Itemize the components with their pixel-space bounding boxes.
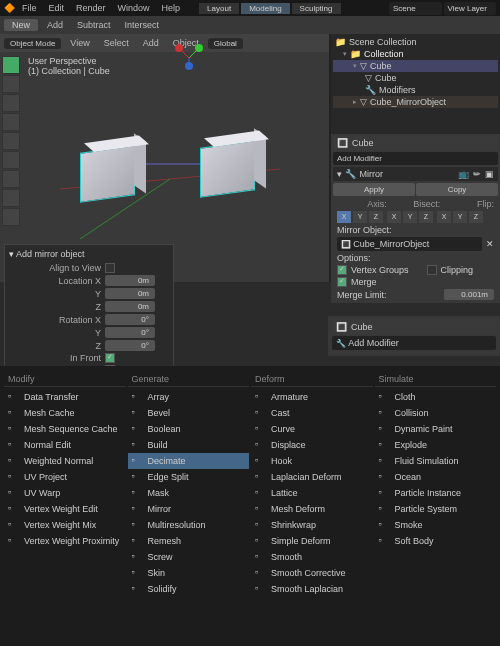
flip-z[interactable]: Z xyxy=(469,211,483,223)
mod-icon-edit[interactable]: ✏ xyxy=(473,169,481,179)
cube-original[interactable] xyxy=(80,145,135,203)
viewport-3d[interactable]: Object Mode View Select Add Object Globa… xyxy=(0,34,330,282)
vgroups-check[interactable] xyxy=(337,265,347,275)
menu-file[interactable]: File xyxy=(17,2,42,14)
menu-window[interactable]: Window xyxy=(113,2,155,14)
modifier-header[interactable]: ▾ 🔧 Mirror 📺 ✏ ▣ xyxy=(333,167,498,181)
tool-addcube[interactable] xyxy=(2,208,20,226)
menu-edit[interactable]: Edit xyxy=(44,2,70,14)
mod-uv-warp[interactable]: ▫UV Warp xyxy=(4,485,126,501)
apply-button[interactable]: Apply xyxy=(333,183,415,196)
mod-armature[interactable]: ▫Armature xyxy=(251,389,373,405)
clear-icon[interactable]: ✕ xyxy=(486,239,494,249)
menu-render[interactable]: Render xyxy=(71,2,111,14)
mod-shrinkwrap[interactable]: ▫Shrinkwrap xyxy=(251,517,373,533)
flip-y[interactable]: Y xyxy=(453,211,467,223)
mod-data-transfer[interactable]: ▫Data Transfer xyxy=(4,389,126,405)
tool-transform[interactable] xyxy=(2,151,20,169)
mod-remesh[interactable]: ▫Remesh xyxy=(128,533,250,549)
mod-simple-deform[interactable]: ▫Simple Deform xyxy=(251,533,373,549)
mod-explode[interactable]: ▫Explode xyxy=(375,437,497,453)
mod-cast[interactable]: ▫Cast xyxy=(251,405,373,421)
bisect-z[interactable]: Z xyxy=(419,211,433,223)
loc-x[interactable]: 0m xyxy=(105,275,155,286)
bool-subtract[interactable]: Subtract xyxy=(72,19,116,31)
axis-x[interactable]: X xyxy=(337,211,351,223)
mod-collision[interactable]: ▫Collision xyxy=(375,405,497,421)
mod-vertex-weight-mix[interactable]: ▫Vertex Weight Mix xyxy=(4,517,126,533)
outliner-modifiers[interactable]: 🔧 Modifiers xyxy=(333,84,498,96)
mod-boolean[interactable]: ▫Boolean xyxy=(128,421,250,437)
tool-annotate[interactable] xyxy=(2,170,20,188)
axis-z[interactable]: Z xyxy=(369,211,383,223)
copy-button[interactable]: Copy xyxy=(416,183,498,196)
vp-menu-add[interactable]: Add xyxy=(138,37,164,49)
mod-cloth[interactable]: ▫Cloth xyxy=(375,389,497,405)
mod-soft-body[interactable]: ▫Soft Body xyxy=(375,533,497,549)
rot-y[interactable]: 0° xyxy=(105,327,155,338)
orientation-dropdown[interactable]: Global xyxy=(208,38,243,49)
flip-x[interactable]: X xyxy=(437,211,451,223)
mod-particle-instance[interactable]: ▫Particle Instance xyxy=(375,485,497,501)
new-button[interactable]: New xyxy=(4,19,38,31)
vp-menu-view[interactable]: View xyxy=(65,37,94,49)
axis-y[interactable]: Y xyxy=(353,211,367,223)
mod-mesh-deform[interactable]: ▫Mesh Deform xyxy=(251,501,373,517)
cube-mirrored[interactable] xyxy=(200,140,255,198)
mod-normal-edit[interactable]: ▫Normal Edit xyxy=(4,437,126,453)
align-view-check[interactable] xyxy=(105,263,115,273)
mod-decimate[interactable]: ▫Decimate xyxy=(128,453,250,469)
mod-edge-split[interactable]: ▫Edge Split xyxy=(128,469,250,485)
mod-curve[interactable]: ▫Curve xyxy=(251,421,373,437)
mod-dynamic-paint[interactable]: ▫Dynamic Paint xyxy=(375,421,497,437)
mod-smooth-laplacian[interactable]: ▫Smooth Laplacian xyxy=(251,581,373,597)
mod-smooth-corrective[interactable]: ▫Smooth Corrective xyxy=(251,565,373,581)
bisect-x[interactable]: X xyxy=(387,211,401,223)
mod-weighted-normal[interactable]: ▫Weighted Normal xyxy=(4,453,126,469)
outliner-scene[interactable]: 📁 Scene Collection xyxy=(333,36,498,48)
mod-icon-cage[interactable]: ▣ xyxy=(485,169,494,179)
bisect-y[interactable]: Y xyxy=(403,211,417,223)
mod-ocean[interactable]: ▫Ocean xyxy=(375,469,497,485)
merge-limit-field[interactable]: 0.001m xyxy=(444,289,494,300)
mod-lattice[interactable]: ▫Lattice xyxy=(251,485,373,501)
mod-mask[interactable]: ▫Mask xyxy=(128,485,250,501)
mod-solidify[interactable]: ▫Solidify xyxy=(128,581,250,597)
mirror-object-field[interactable]: 🔳 Cube_MirrorObject xyxy=(337,237,482,251)
mod-smooth[interactable]: ▫Smooth xyxy=(251,549,373,565)
workspace-sculpting[interactable]: Sculpting xyxy=(292,3,341,14)
mod-mirror[interactable]: ▫Mirror xyxy=(128,501,250,517)
scene-field[interactable]: Scene xyxy=(389,2,442,15)
mod-uv-project[interactable]: ▫UV Project xyxy=(4,469,126,485)
tool-rotate[interactable] xyxy=(2,113,20,131)
viewlayer-field[interactable]: View Layer xyxy=(444,2,497,15)
outliner-cube[interactable]: ▾▽ Cube xyxy=(333,60,498,72)
cube-add-modifier[interactable]: 🔧 Add Modifier xyxy=(332,336,496,350)
merge-check[interactable] xyxy=(337,277,347,287)
mod-mesh-sequence-cache[interactable]: ▫Mesh Sequence Cache xyxy=(4,421,126,437)
tool-measure[interactable] xyxy=(2,189,20,207)
mod-particle-system[interactable]: ▫Particle System xyxy=(375,501,497,517)
mod-icon-realtime[interactable]: 📺 xyxy=(458,169,469,179)
bool-intersect[interactable]: Intersect xyxy=(120,19,165,31)
menu-help[interactable]: Help xyxy=(157,2,186,14)
add-modifier-dropdown[interactable]: Add Modifier xyxy=(333,152,498,165)
outliner[interactable]: 📁 Scene Collection ▾📁 Collection ▾▽ Cube… xyxy=(331,34,500,134)
tool-move[interactable] xyxy=(2,94,20,112)
nav-gizmo[interactable] xyxy=(169,38,209,78)
mod-laplacian-deform[interactable]: ▫Laplacian Deform xyxy=(251,469,373,485)
tool-cursor[interactable] xyxy=(2,75,20,93)
mod-mesh-cache[interactable]: ▫Mesh Cache xyxy=(4,405,126,421)
clipping-check[interactable] xyxy=(427,265,437,275)
loc-y[interactable]: 0m xyxy=(105,288,155,299)
workspace-modeling[interactable]: Modeling xyxy=(241,3,289,14)
workspace-layout[interactable]: Layout xyxy=(199,3,239,14)
mod-smoke[interactable]: ▫Smoke xyxy=(375,517,497,533)
mod-hook[interactable]: ▫Hook xyxy=(251,453,373,469)
mod-skin[interactable]: ▫Skin xyxy=(128,565,250,581)
tool-select[interactable] xyxy=(2,56,20,74)
mod-fluid-simulation[interactable]: ▫Fluid Simulation xyxy=(375,453,497,469)
mod-build[interactable]: ▫Build xyxy=(128,437,250,453)
mode-dropdown[interactable]: Object Mode xyxy=(4,38,61,49)
mod-bevel[interactable]: ▫Bevel xyxy=(128,405,250,421)
